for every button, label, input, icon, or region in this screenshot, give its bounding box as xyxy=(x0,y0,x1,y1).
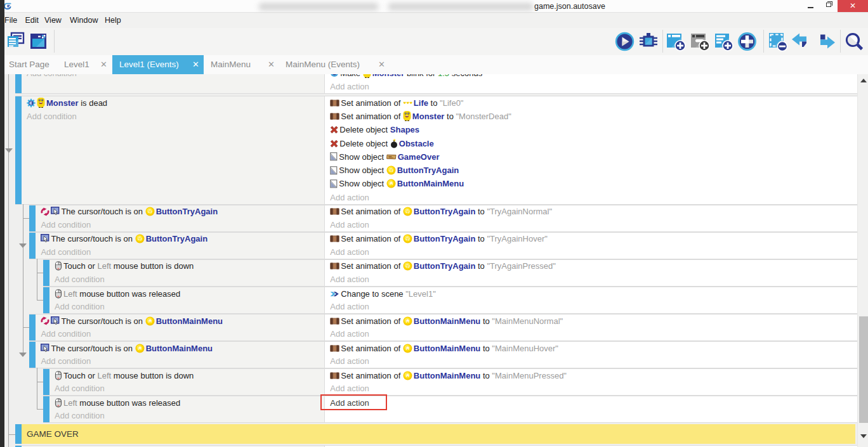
project-manager-icon[interactable] xyxy=(6,32,25,51)
undo-icon[interactable] xyxy=(791,32,810,51)
event-content-line[interactable]: Delete object Shapes xyxy=(325,123,857,136)
add-slot-label[interactable]: Add condition xyxy=(41,329,91,339)
menu-item-help[interactable]: Help xyxy=(105,13,121,28)
event-content-line[interactable]: The cursor/touch is on ButtonTryAgain xyxy=(36,233,324,245)
event-content-line[interactable]: The cursor/touch is on ButtonMainMenu xyxy=(36,314,324,327)
conditions-cell[interactable]: The cursor/touch is on ButtonMainMenuAdd… xyxy=(36,314,324,340)
add-slot-label[interactable]: Add condition xyxy=(55,275,105,284)
menu-item-view[interactable]: View xyxy=(44,13,62,28)
conditions-cell[interactable]: The cursor/touch is on ButtonTryAgainAdd… xyxy=(36,205,324,231)
add-slot-label[interactable]: Add condition xyxy=(55,411,105,420)
tab-close-icon[interactable]: ✕ xyxy=(192,55,199,74)
start-page-icon[interactable] xyxy=(29,32,48,51)
actions-cell[interactable]: Set animation of ButtonTryAgain to "TryA… xyxy=(324,260,857,286)
add-comment-icon[interactable] xyxy=(690,32,709,51)
tab-start-page[interactable]: Start Page xyxy=(9,55,49,74)
add-slot-line[interactable]: Add action xyxy=(325,218,857,231)
add-special-event-icon[interactable] xyxy=(737,32,756,51)
add-slot-line[interactable]: Add action xyxy=(325,245,857,258)
event-content-line[interactable]: Delete object Obstacle xyxy=(325,136,857,150)
conditions-cell[interactable]: The cursor/touch is on ButtonMainMenuAdd… xyxy=(36,342,324,368)
event-content-line[interactable]: Set animation of ButtonTryAgain to "TryA… xyxy=(325,233,857,245)
event-content-line[interactable]: Change to scene "Level1" xyxy=(325,287,857,300)
conditions-cell[interactable]: Left mouse button was releasedAdd condit… xyxy=(49,287,324,313)
add-slot-label[interactable]: Add action xyxy=(330,82,369,91)
add-slot-line[interactable]: Add condition xyxy=(22,110,324,123)
comment-game-over[interactable]: GAME OVER xyxy=(15,424,855,444)
add-slot-line[interactable]: Add condition xyxy=(36,218,324,231)
add-slot-label[interactable]: Add action xyxy=(330,302,369,311)
actions-cell[interactable]: Set animation of ButtonMainMenu to "Main… xyxy=(324,314,857,340)
fold-arrow-icon[interactable] xyxy=(19,243,27,248)
event-content-line[interactable]: Set animation of ButtonTryAgain to "TryA… xyxy=(325,205,857,218)
actions-cell[interactable]: Make Monster blink for 1.5 secondsAdd ac… xyxy=(324,74,857,93)
add-slot-label[interactable]: Add action xyxy=(330,329,369,339)
add-slot-label[interactable]: Add action xyxy=(330,356,369,366)
add-action-highlight-box[interactable] xyxy=(320,394,387,410)
event-content-line[interactable]: Make Monster blink for 1.5 seconds xyxy=(325,74,857,80)
event-touch-or-left-mouse-down-mainmenu[interactable]: Touch or Left mouse button is downAdd co… xyxy=(43,368,857,396)
tab-level1[interactable]: Level1 xyxy=(64,55,89,74)
add-subevent-icon[interactable] xyxy=(714,32,733,51)
tab-mainmenu-events[interactable]: MainMenu (Events) xyxy=(286,55,360,74)
event-left-mouse-released-tryagain[interactable]: Left mouse button was releasedAdd condit… xyxy=(43,287,857,314)
conditions-cell[interactable]: Touch or Left mouse button is downAdd co… xyxy=(49,260,324,286)
scroll-down-arrow-icon[interactable] xyxy=(860,434,867,438)
event-content-line[interactable]: Show object ButtonMainMenu xyxy=(325,177,857,190)
fold-arrow-icon[interactable] xyxy=(19,353,27,357)
add-slot-label[interactable]: Add condition xyxy=(27,74,77,78)
scrollbar-thumb[interactable] xyxy=(859,316,868,423)
event-content-line[interactable]: Add action xyxy=(325,396,857,409)
menu-item-window[interactable]: Window xyxy=(70,13,98,28)
event-content-line[interactable]: The cursor/touch is on ButtonMainMenu xyxy=(36,342,324,354)
play-icon[interactable] xyxy=(615,32,634,51)
actions-cell[interactable]: Add action xyxy=(324,396,857,422)
add-slot-line[interactable]: Add condition xyxy=(49,300,324,313)
actions-cell[interactable]: Set animation of Life to "Life0"Set anim… xyxy=(324,96,857,204)
event-content-line[interactable]: Show object ButtonTryAgain xyxy=(325,164,857,177)
add-slot-line[interactable]: Add action xyxy=(325,80,857,93)
tab-level1-events[interactable]: Level1 (Events)✕ xyxy=(112,55,204,74)
event-left-mouse-released-mainmenu[interactable]: Left mouse button was releasedAdd condit… xyxy=(43,396,857,423)
add-slot-line[interactable]: Add action xyxy=(325,382,857,394)
vertical-scrollbar[interactable] xyxy=(857,74,868,447)
add-slot-line[interactable]: Add action xyxy=(325,300,857,313)
add-slot-line[interactable]: Add condition xyxy=(36,354,324,367)
actions-cell[interactable]: Set animation of ButtonMainMenu to "Main… xyxy=(324,369,857,395)
event-content-line[interactable]: Set animation of ButtonMainMenu to "Main… xyxy=(325,342,857,354)
restore-button[interactable] xyxy=(820,0,838,12)
scroll-up-arrow-icon[interactable] xyxy=(860,79,867,82)
event-content-line[interactable]: Touch or Left mouse button is down xyxy=(49,369,324,382)
add-slot-line[interactable]: Add condition xyxy=(49,273,324,285)
add-slot-label[interactable]: Add action xyxy=(330,220,369,230)
add-slot-line[interactable]: Add action xyxy=(325,354,857,367)
conditions-cell[interactable]: Add condition xyxy=(22,74,324,93)
event-content-line[interactable]: Left mouse button was released xyxy=(49,396,324,409)
add-slot-line[interactable]: Add condition xyxy=(49,382,324,394)
tab-mainmenu[interactable]: MainMenu xyxy=(211,55,251,74)
event-content-line[interactable]: Set animation of ButtonMainMenu to "Main… xyxy=(325,314,857,327)
debugger-icon[interactable] xyxy=(639,32,658,51)
event-cursor-on-buttontryagain[interactable]: The cursor/touch is on ButtonTryAgainAdd… xyxy=(29,232,857,259)
add-slot-line[interactable]: Add condition xyxy=(36,245,324,258)
event-content-line[interactable]: The cursor/touch is on ButtonTryAgain xyxy=(36,205,324,218)
event-content-line[interactable]: Set animation of Life to "Life0" xyxy=(325,96,857,110)
conditions-cell[interactable]: Monster is deadAdd condition xyxy=(22,96,324,204)
delete-selection-icon[interactable] xyxy=(768,32,787,51)
menu-item-file[interactable]: File xyxy=(4,13,17,28)
event-touch-or-left-mouse-down-tryagain[interactable]: Touch or Left mouse button is downAdd co… xyxy=(43,259,857,287)
conditions-cell[interactable]: The cursor/touch is on ButtonTryAgainAdd… xyxy=(36,233,324,259)
add-slot-line[interactable]: Add condition xyxy=(49,409,324,422)
event-cursor-on-buttonmainmenu-inverted[interactable]: The cursor/touch is on ButtonMainMenuAdd… xyxy=(29,314,857,341)
event-content-line[interactable]: Touch or Left mouse button is down xyxy=(49,260,324,273)
event-content-line[interactable]: Set animation of ButtonMainMenu to "Main… xyxy=(325,369,857,382)
add-slot-line[interactable]: Add action xyxy=(325,191,857,204)
actions-cell[interactable]: Change to scene "Level1"Add action xyxy=(324,287,857,313)
redo-icon[interactable] xyxy=(815,32,834,51)
add-slot-label[interactable]: Add condition xyxy=(27,112,77,121)
add-slot-label[interactable]: Add condition xyxy=(55,302,105,311)
add-event-icon[interactable] xyxy=(666,32,685,51)
add-slot-label[interactable]: Add condition xyxy=(41,220,91,230)
add-slot-label[interactable]: Add action xyxy=(330,193,369,202)
event-cursor-on-buttontryagain-inverted[interactable]: The cursor/touch is on ButtonTryAgainAdd… xyxy=(29,205,857,232)
